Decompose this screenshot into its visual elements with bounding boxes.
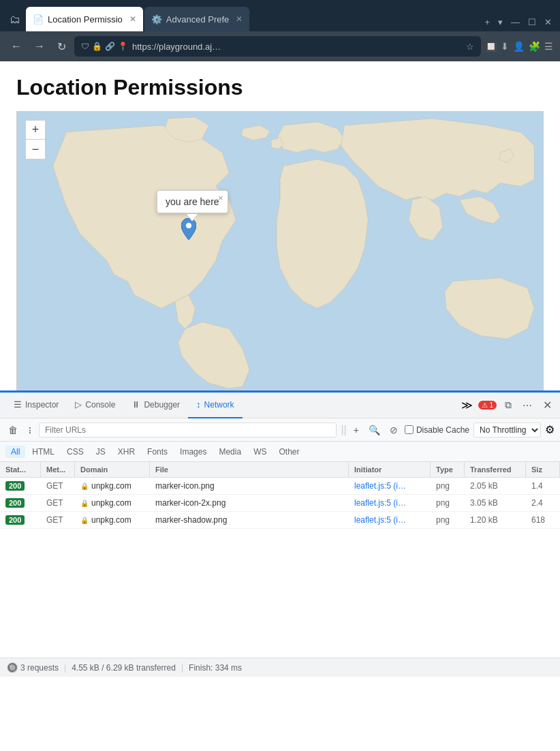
profile-icon[interactable]: 👤 (513, 41, 525, 52)
popup-bubble: you are here × (157, 190, 228, 213)
td-status-2: 200 (0, 495, 41, 511)
filter-type-ws[interactable]: WS (248, 446, 272, 458)
filter-icon-button[interactable]: ⫶ (25, 423, 35, 437)
devtools-copy-button[interactable]: ⧉ (502, 398, 514, 412)
debugger-label: Debugger (144, 400, 180, 410)
download-icon[interactable]: ⬇ (501, 41, 509, 52)
requests-count: 3 requests (20, 663, 59, 673)
forward-button[interactable]: → (30, 37, 49, 55)
td-initiator-2: leaflet.js:5 (i… (349, 495, 431, 511)
td-status-3: 200 (0, 512, 41, 528)
tab2-favicon: ⚙️ (151, 14, 162, 25)
block-button[interactable]: ⊘ (387, 423, 401, 437)
filter-type-other[interactable]: Other (273, 446, 305, 458)
th-size: Siz (526, 462, 560, 477)
tab-debugger[interactable]: ⏸ Debugger (123, 393, 188, 418)
page-inner: Location Permissions (0, 61, 560, 111)
add-filter-button[interactable]: + (351, 423, 362, 437)
filter-type-images[interactable]: Images (174, 446, 212, 458)
tab-network[interactable]: ↕ Network (188, 393, 243, 418)
tab-advanced-prefs[interactable]: ⚙️ Advanced Prefe ✕ (144, 7, 250, 31)
filter-type-all[interactable]: All (5, 446, 25, 458)
td-type-3: png (431, 512, 465, 528)
console-icon: ▷ (75, 399, 82, 410)
devtools-tab-more: ≫ ⚠ 1 ⧉ ⋯ ✕ (461, 397, 555, 413)
maximize-button[interactable]: ☐ (525, 14, 539, 30)
network-icon: ↕ (196, 399, 201, 410)
table-row[interactable]: 200 GET 🔒unpkg.com marker-icon-2x.png le… (0, 495, 560, 512)
map-popup: you are here × (157, 190, 228, 221)
tab1-close[interactable]: ✕ (129, 14, 136, 24)
td-domain-3: 🔒unpkg.com (75, 512, 150, 528)
new-tab-button[interactable]: + (482, 14, 493, 30)
disable-cache-checkbox[interactable] (405, 425, 414, 434)
connection-icon: 🔗 (105, 42, 115, 51)
finish-time: Finish: 334 ms (189, 663, 242, 673)
bookmark-icon[interactable]: ☆ (466, 42, 474, 52)
filter-type-js[interactable]: JS (91, 446, 111, 458)
table-row[interactable]: 200 GET 🔒unpkg.com marker-icon.png leafl… (0, 478, 560, 495)
tab-list-icon[interactable]: 🗂 (5, 8, 25, 31)
table-header: Stat... Met... Domain File Initiator Typ… (0, 462, 560, 478)
map-location-marker[interactable] (181, 218, 196, 245)
map-container[interactable]: + − you are here × (16, 111, 544, 390)
more-tabs-button[interactable]: ≫ (461, 399, 473, 412)
disable-cache-label: Disable Cache (405, 425, 469, 435)
devtools-panel: ☰ Inspector ▷ Console ⏸ Debugger ↕ Netwo… (0, 390, 560, 677)
devtools-close-button[interactable]: ✕ (540, 397, 555, 413)
clear-requests-button[interactable]: 🗑 (5, 423, 20, 437)
popup-close-button[interactable]: × (218, 193, 223, 203)
td-type-1: png (431, 478, 465, 494)
network-table: Stat... Met... Domain File Initiator Typ… (0, 462, 560, 658)
td-transferred-3: 1.20 kB (465, 512, 526, 528)
lock-icon: 🔒 (92, 42, 102, 51)
minimize-button[interactable]: — (508, 14, 523, 30)
toolbar-separator: || (341, 424, 346, 436)
throttle-select[interactable]: No Throttling Fast 3G Slow 3G Offline (473, 423, 541, 438)
td-file-1: marker-icon.png (150, 478, 349, 494)
filter-type-media[interactable]: Media (213, 446, 247, 458)
console-label: Console (85, 400, 115, 410)
zoom-in-button[interactable]: + (26, 121, 45, 140)
zoom-out-button[interactable]: − (26, 140, 45, 159)
devtools-dots-button[interactable]: ⋯ (520, 399, 535, 412)
location-icon: 📍 (118, 42, 128, 51)
filter-type-xhr[interactable]: XHR (112, 446, 140, 458)
tab-location-permissions[interactable]: 📄 Location Permissio ✕ (26, 7, 143, 31)
td-size-3: 618 (526, 512, 560, 528)
window-close-button[interactable]: ✕ (542, 14, 555, 30)
extensions-icon[interactable]: 🧩 (529, 41, 540, 52)
td-file-2: marker-icon-2x.png (150, 495, 349, 511)
status-icon: 🔘 (7, 662, 18, 673)
popup-arrow (157, 213, 228, 221)
filter-urls-input[interactable] (39, 423, 337, 438)
network-label: Network (204, 400, 234, 410)
network-toolbar: 🗑 ⫶ || + 🔍 ⊘ Disable Cache No Throttling… (0, 418, 560, 442)
pocket-icon[interactable]: 🔲 (485, 41, 497, 52)
devtools-tabs: ☰ Inspector ▷ Console ⏸ Debugger ↕ Netwo… (0, 393, 560, 418)
inspector-label: Inspector (25, 400, 59, 410)
filter-type-bar: All HTML CSS JS XHR Fonts Images Media W… (0, 442, 560, 462)
td-initiator-3: leaflet.js:5 (i… (349, 512, 431, 528)
tab2-close[interactable]: ✕ (236, 14, 243, 24)
back-button[interactable]: ← (7, 37, 26, 55)
table-row[interactable]: 200 GET 🔒unpkg.com marker-shadow.png lea… (0, 512, 560, 529)
filter-type-html[interactable]: HTML (27, 446, 60, 458)
network-settings-button[interactable]: ⚙ (545, 423, 555, 436)
td-transferred-2: 3.05 kB (465, 495, 526, 511)
td-type-2: png (431, 495, 465, 511)
menu-icon[interactable]: ☰ (544, 41, 553, 52)
address-bar[interactable]: 🛡 🔒 🔗 📍 https://playground.aj… ☆ (74, 36, 481, 57)
filter-type-css[interactable]: CSS (61, 446, 89, 458)
refresh-button[interactable]: ↻ (53, 37, 70, 56)
page-content: Location Permissions (0, 61, 560, 751)
tab-console[interactable]: ▷ Console (67, 393, 123, 418)
th-method: Met... (41, 462, 75, 477)
search-button[interactable]: 🔍 (366, 423, 383, 437)
filter-type-fonts[interactable]: Fonts (142, 446, 173, 458)
popup-text: you are here (166, 196, 219, 207)
tab-inspector[interactable]: ☰ Inspector (5, 393, 67, 418)
td-initiator-1: leaflet.js:5 (i… (349, 478, 431, 494)
tab-dropdown-button[interactable]: ▾ (495, 14, 505, 30)
transferred-size: 4.55 kB / 6.29 kB transferred (72, 663, 176, 673)
